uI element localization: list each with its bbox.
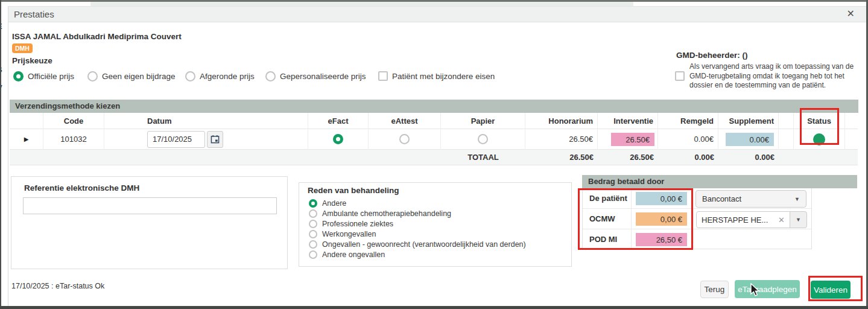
radio-geen-eigen-bijdrage[interactable]: Geen eigen bijdrage: [87, 71, 176, 81]
radio-label: Werkongevallen: [322, 230, 376, 238]
radio-label: Professionele ziektes: [322, 220, 393, 228]
radio-label: Geen eigen bijdrage: [102, 72, 176, 81]
screenshot-root: E l S V Prestaties ✕ ISSA JAMAL Abdulkad…: [0, 0, 868, 309]
dmh-badge: DMH: [12, 43, 33, 53]
total-spacer: [308, 150, 369, 165]
radio-afgeronde-prijs[interactable]: Afgeronde prijs: [185, 71, 255, 81]
papier-radio-icon[interactable]: [478, 134, 488, 144]
window-border-bottom: [0, 306, 868, 309]
organisation-dropdown-button[interactable]: ▼: [790, 211, 807, 228]
radio-icon[interactable]: [265, 71, 276, 81]
radio-label: Andere ongevallen: [322, 250, 385, 259]
etar-status-text: 17/10/2025 : eTar-status Ok: [11, 282, 104, 290]
radio-icon[interactable]: [309, 199, 317, 208]
checkbox-icon[interactable]: [378, 71, 388, 81]
row-efact-cell[interactable]: [308, 129, 369, 150]
payment-row-podmi: POD MI 26,50 €: [583, 229, 811, 249]
radio-icon[interactable]: [309, 240, 317, 249]
gmd-checkbox-icon[interactable]: [675, 71, 685, 81]
header-end-spacer: [845, 113, 858, 129]
radio-icon[interactable]: [309, 209, 317, 218]
row-end-spacer: [845, 129, 858, 150]
checkbox-label: Patiënt met bijzondere eisen: [392, 72, 495, 81]
header-supplement: Supplement: [718, 113, 779, 129]
total-interventie: 26.50€: [598, 150, 658, 165]
radio-reason-andere-ongevallen[interactable]: Andere ongevallen: [309, 250, 385, 259]
header-datum: Datum: [104, 113, 308, 129]
eattest-radio-icon[interactable]: [399, 134, 410, 144]
total-spacer: [845, 150, 858, 165]
reference-panel: Referentie elektronische DMH: [11, 176, 288, 269]
prestaties-table: Code Datum eFact eAttest Papier Honorari…: [10, 113, 858, 165]
radio-icon[interactable]: [13, 71, 24, 81]
radio-icon[interactable]: [309, 230, 317, 238]
payment-method-select[interactable]: Bancontact ▼: [695, 190, 806, 208]
header-code: Code: [43, 113, 104, 129]
checkbox-bijzondere-eisen[interactable]: Patiënt met bijzondere eisen: [378, 71, 495, 81]
expander-icon[interactable]: ▶: [24, 136, 29, 142]
header-papier: Papier: [441, 113, 525, 129]
radio-icon[interactable]: [309, 250, 317, 259]
total-spacer: [43, 150, 104, 165]
table-header-row: Code Datum eFact eAttest Papier Honorari…: [10, 113, 858, 129]
total-remgeld: 0.00€: [658, 150, 718, 165]
radio-gepersonaliseerde-prijs[interactable]: Gepersonaliseerde prijs: [265, 71, 366, 81]
patient-name: ISSA JAMAL Abdulkadri Mediprima Couvert: [12, 32, 182, 41]
radio-icon[interactable]: [309, 220, 317, 228]
total-spacer: [369, 150, 441, 165]
total-supplement: 0.00€: [718, 150, 779, 165]
window-border-top: [0, 0, 868, 2]
background-text-fragment: E: [1, 22, 2, 31]
payment-label: POD MI: [583, 229, 632, 249]
row-papier-cell[interactable]: [441, 129, 525, 150]
radio-officiele-prijs[interactable]: Officiële prijs: [13, 71, 74, 81]
background-page-sliver: [90, 2, 633, 6]
close-icon[interactable]: ✕: [847, 8, 855, 19]
radio-reason-chemo[interactable]: Ambulante chemotherapiebehandeling: [309, 209, 451, 218]
radio-icon[interactable]: [185, 71, 195, 81]
radio-label: Officiële prijs: [28, 72, 74, 81]
row-datum-cell: [104, 129, 308, 150]
header-efact: eFact: [308, 113, 369, 129]
total-honorarium: 26.50€: [525, 150, 598, 165]
efact-radio-icon[interactable]: [333, 134, 343, 144]
payment-label: De patiënt: [583, 188, 632, 208]
supplement-amount-chip: 0.00€: [726, 133, 774, 146]
radio-label: Ambulante chemotherapiebehandeling: [322, 209, 451, 218]
price-choice-label: Prijskeuze: [12, 56, 52, 65]
reference-label: Referentie elektronische DMH: [24, 183, 139, 193]
reason-label: Reden van behandeling: [308, 186, 399, 195]
background-text-fragment: S: [1, 65, 2, 74]
row-eattest-cell[interactable]: [369, 129, 441, 150]
row-expander-cell[interactable]: ▶: [10, 129, 43, 150]
radio-reason-andere[interactable]: Andere: [309, 199, 346, 208]
header-spacer: [779, 113, 794, 129]
calendar-button[interactable]: [207, 131, 223, 148]
organisation-combobox[interactable]: HERSTAPPE HE... ✕: [696, 211, 790, 228]
background-text-fragments: E l S V: [1, 0, 8, 309]
section-title-verzendingsmethode: Verzendingsmethode kiezen: [10, 100, 858, 113]
radio-reason-ongevallen-gewoonrecht[interactable]: Ongevallen - gewoonrecht (verantwoordeli…: [309, 240, 526, 249]
organisation-value: HERSTAPPE HE...: [702, 215, 768, 225]
total-spacer: [10, 150, 43, 165]
payment-amount-podmi: 26,50 €: [636, 233, 687, 246]
gmd-checkbox-row: Als vervangend arts vraag ik om toepassi…: [675, 62, 866, 91]
total-label: TOTAAL: [441, 150, 525, 165]
header-eattest: eAttest: [369, 113, 441, 129]
radio-reason-professionele-ziektes[interactable]: Professionele ziektes: [309, 219, 393, 228]
row-remgeld-cell: 0.00€: [658, 129, 718, 150]
gmd-checkbox-text: Als vervangend arts vraag ik om toepassi…: [689, 62, 866, 91]
etar-raadplegen-button[interactable]: eTar raadplegen: [735, 280, 800, 298]
validate-button[interactable]: Valideren: [811, 281, 851, 299]
radio-label: Gepersonaliseerde prijs: [280, 72, 366, 81]
radio-icon[interactable]: [87, 71, 98, 81]
back-button[interactable]: Terug: [700, 281, 729, 298]
row-honorarium-cell: 26.50€: [525, 129, 598, 150]
radio-reason-werkongevallen[interactable]: Werkongevallen: [309, 229, 376, 238]
section-title-bedrag-betaald-door: Bedrag betaald door: [582, 175, 857, 188]
row-status-cell: [794, 129, 845, 150]
clear-icon[interactable]: ✕: [778, 215, 785, 225]
calendar-icon: [211, 135, 220, 144]
reference-input[interactable]: [23, 197, 277, 214]
date-input[interactable]: [147, 131, 205, 148]
